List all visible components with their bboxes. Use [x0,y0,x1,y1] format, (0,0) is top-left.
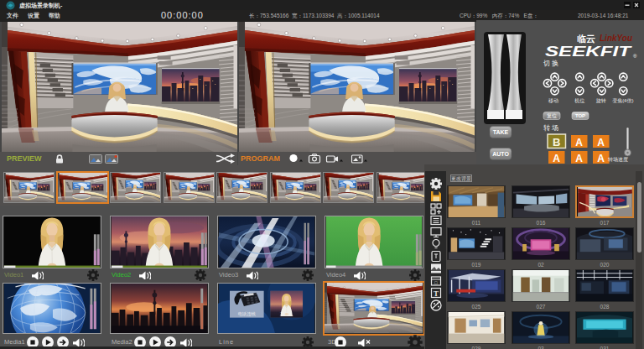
svg-text:旋转: 旋转 [596,98,606,104]
svg-text:AUTO: AUTO [492,151,509,157]
svg-text:B: B [553,136,560,148]
svg-text:A: A [575,153,583,164]
svg-text:A: A [597,137,605,148]
svg-text:复位: 复位 [547,113,557,119]
svg-text:切换: 切换 [543,60,560,67]
svg-text:转场速度: 转场速度 [608,156,628,163]
svg-text:变焦(4倍): 变焦(4倍) [612,97,633,104]
svg-text:TAKE: TAKE [493,129,509,135]
svg-text:SEEKFIT: SEEKFIT [545,44,632,59]
svg-text:T: T [434,289,439,298]
svg-text:®: ® [633,54,637,59]
svg-text:机位: 机位 [574,98,584,103]
svg-text:A: A [575,137,583,148]
svg-text:主持人: 主持人 [280,311,294,317]
svg-text:A: A [597,153,605,164]
svg-text:A: A [553,153,560,164]
svg-text:LinkYou: LinkYou [600,34,632,43]
svg-text:移动: 移动 [548,98,558,104]
svg-text:临云: 临云 [577,34,595,44]
svg-text:转场: 转场 [543,124,560,132]
svg-text:□: □ [434,280,438,285]
svg-text:电话连线: 电话连线 [238,311,257,317]
svg-text:TOP: TOP [575,113,585,118]
